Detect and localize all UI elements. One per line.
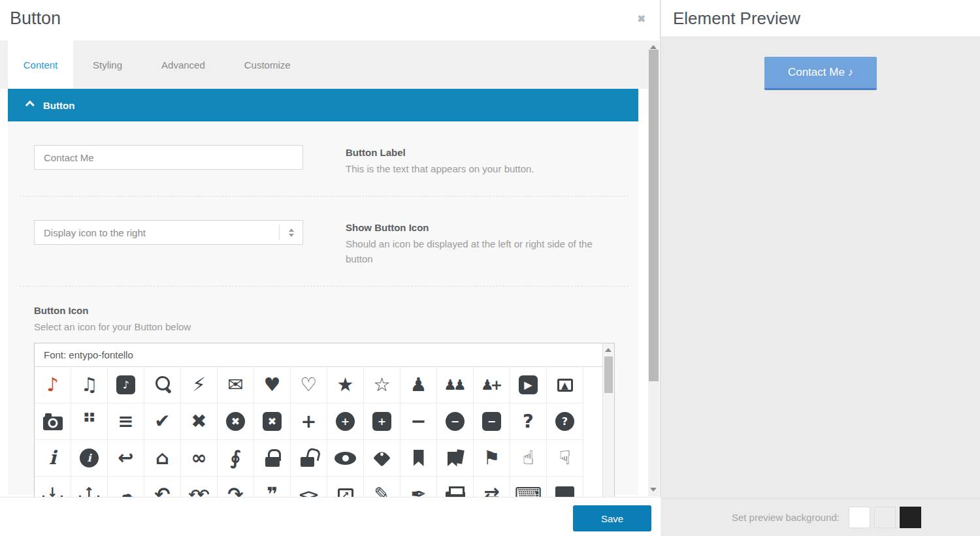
icon-music[interactable]: ♪ [108,367,144,403]
icon-cancel-circled[interactable]: ✖ [218,403,254,440]
cancel-icon: ✖ [191,412,206,431]
icon-help-circled[interactable]: ? [547,403,583,440]
icon-layout[interactable]: ⠛ [71,403,108,440]
show-icon-select[interactable]: Display icon to the right [34,220,303,245]
background-swatch-black[interactable] [900,507,921,528]
show-icon-row: Display icon to the right Show Button Ic… [8,197,638,286]
icon-check[interactable]: ✔ [144,403,181,440]
button-section-header[interactable]: Button [8,89,638,121]
user-add-icon: ♟+ [481,378,502,392]
icon-search[interactable] [144,367,181,403]
icon-info-circled[interactable]: i [71,440,108,477]
button-label-input[interactable] [34,145,303,170]
icon-users[interactable]: ♟♟ [437,367,474,403]
element-preview-panel: Element Preview Contact Me ♪ Set preview… [661,0,980,536]
preview-button[interactable]: Contact Me ♪ [764,57,877,90]
button-icon-description: Select an icon for your Button below [34,319,638,334]
close-icon[interactable]: ✖ [637,13,645,25]
plus-circled-icon: + [336,412,355,431]
icon-mail[interactable]: ✉ [218,367,254,403]
icon-plus-squared[interactable]: + [364,403,400,440]
check-icon: ✔ [154,412,170,431]
icon-picker: Font: entypo-fontello ♪♫♪⚡✉♥♡★☆♟♟♟♟+▶▲⠛≡… [34,343,615,517]
lock-open-icon [301,449,318,467]
preview-stage: Contact Me ♪ [661,37,980,498]
icon-tag[interactable] [364,440,400,477]
icon-thumbs-up[interactable]: ☝ [510,440,547,477]
icon-lock-open[interactable] [291,440,327,477]
icon-plus-circled[interactable]: + [327,403,364,440]
flashlight-icon: ⚡ [192,375,205,394]
icon-home[interactable]: ⌂ [144,440,181,477]
tab-styling[interactable]: Styling [73,40,142,89]
icon-star[interactable]: ★ [327,367,364,403]
icon-picker-scrollbar[interactable] [602,343,614,516]
icon-camera[interactable] [35,403,71,440]
icon-info[interactable]: i [35,440,71,477]
users-icon: ♟♟ [444,378,466,392]
icon-user-add[interactable]: ♟+ [474,367,510,403]
icon-cancel[interactable]: ✖ [181,403,218,440]
icon-thumbs-down[interactable]: ☟ [547,440,583,477]
save-button[interactable]: Save [573,505,651,531]
select-stepper-icon[interactable] [279,225,302,240]
editor-scroll-thumb[interactable] [649,50,659,381]
editor-scrollbar[interactable] [648,40,659,496]
editor-header: Button ✖ [0,0,660,40]
stepper-down-icon [289,234,294,237]
show-icon-description: Should an icon be displayed at the left … [346,236,599,266]
icon-minus-circled[interactable]: − [437,403,474,440]
show-icon-selected-value: Display icon to the right [35,227,279,238]
preview-title: Element Preview [673,8,800,29]
icon-bookmark[interactable] [400,440,437,477]
icon-picture[interactable]: ▲ [547,367,583,403]
background-swatch-light-gray[interactable] [874,507,896,528]
search-icon [154,376,171,394]
bookmark-icon [414,450,424,466]
icon-heart[interactable]: ♥ [254,367,291,403]
note-beamed-icon: ♫ [81,375,98,394]
cancel-circled-icon: ✖ [226,412,245,431]
icon-lock[interactable] [254,440,291,477]
icon-picker-scroll-thumb[interactable] [604,356,613,393]
flag-icon: ⚑ [483,449,500,467]
icon-star-empty[interactable]: ☆ [364,367,400,403]
back-icon: ↩ [118,449,133,467]
icon-user[interactable]: ♟ [400,367,437,403]
panel-body: Button Button Label This is the text tha… [8,89,638,495]
icon-note[interactable]: ♪ [35,367,71,403]
button-label-description: This is the text that appears on your bu… [346,161,599,176]
icon-minus-squared[interactable]: − [474,403,510,440]
icon-link[interactable]: ∞ [181,440,218,477]
help-circled-icon: ? [555,412,574,431]
icon-plus[interactable]: + [291,403,327,440]
background-swatch-white[interactable] [849,507,870,528]
element-editor-panel: Button ✖ Content Styling Advanced Custom… [0,0,661,536]
icon-back[interactable]: ↩ [108,440,144,477]
help-icon: ? [523,412,534,431]
icon-heart-empty[interactable]: ♡ [291,367,327,403]
icon-attach[interactable]: ∮ [218,440,254,477]
icon-font-label: Font: entypo-fontello [35,343,604,367]
scroll-down-icon[interactable] [650,488,657,492]
tab-content[interactable]: Content [8,40,73,89]
button-label-title: Button Label [346,147,599,158]
icon-grid: ♪♫♪⚡✉♥♡★☆♟♟♟♟+▶▲⠛≡✔✖✖✖+++−−−??ii↩⌂∞∮⚑☝☟↓… [35,367,614,513]
thumbs-down-icon: ☟ [559,449,571,467]
icon-flashlight[interactable]: ⚡ [181,367,218,403]
icon-help[interactable]: ? [510,403,547,440]
icon-note-beamed[interactable]: ♫ [71,367,108,403]
scroll-up-icon[interactable] [650,45,657,49]
icon-video[interactable]: ▶ [510,367,547,403]
scroll-up-icon[interactable] [605,348,612,352]
icon-cancel-squared[interactable]: ✖ [254,403,291,440]
icon-eye[interactable] [327,440,364,477]
section-title: Button [43,100,74,111]
tab-customize[interactable]: Customize [225,40,310,89]
icon-bookmarks[interactable] [437,440,474,477]
icon-minus[interactable]: − [400,403,437,440]
icon-flag[interactable]: ⚑ [474,440,510,477]
icon-menu[interactable]: ≡ [108,403,144,440]
layout-icon: ⠛ [82,412,97,431]
tab-advanced[interactable]: Advanced [142,40,225,89]
